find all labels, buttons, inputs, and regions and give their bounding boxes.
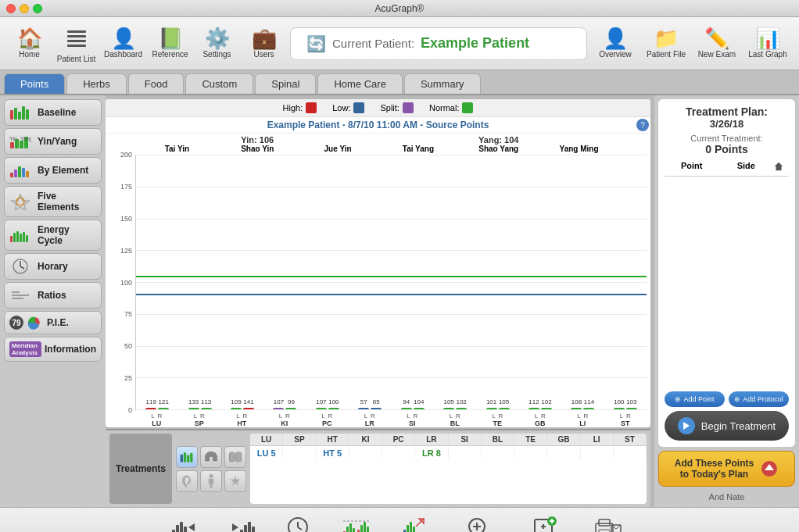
treat-icon-3[interactable] [224, 446, 246, 468]
treat-col-ki: KI [349, 434, 382, 445]
bar-value-KI-L: 107 [274, 398, 284, 405]
refresh-icon[interactable]: 🔄 [306, 34, 326, 53]
edit-button[interactable]: Edit [394, 512, 435, 533]
bar-ST-L: 100 [614, 408, 625, 409]
add-point-button[interactable]: ⊕ Add Point [665, 391, 725, 407]
bar-TE-L: 101 [486, 408, 497, 409]
overview-button[interactable]: 👤 Overview [592, 25, 639, 62]
add-point-icon: ⊕ [675, 395, 681, 403]
new-exam-button[interactable]: ✏️ New Exam [693, 25, 740, 62]
zoom-graph-icon [465, 516, 493, 533]
add-protocol-label: Add Protocol [743, 395, 783, 403]
tab-food[interactable]: Food [128, 73, 185, 94]
users-button[interactable]: 💼 Users [242, 25, 285, 62]
treat-icon-body[interactable] [200, 470, 222, 492]
treatment-plan-box: Treatment Plan: 3/26/18 Current Treatmen… [658, 99, 795, 447]
sidebar-item-fiveelements[interactable]: Five Elements [4, 186, 102, 217]
lr-ST-L: L [620, 412, 623, 420]
green-reference-line [136, 276, 647, 277]
lr-SP-R: R [200, 412, 205, 420]
sidebar-item-yinyang[interactable]: Yin Yang Yin/Yang [4, 128, 102, 155]
svg-rect-66 [403, 530, 406, 533]
patient-file-button[interactable]: 📁 Patient File [643, 25, 690, 62]
compare-button[interactable]: Compare [334, 512, 378, 533]
bar-value-LU-L: 119 [146, 398, 156, 405]
treat-icon-active[interactable] [176, 446, 198, 468]
lr-LI-L: L [577, 412, 580, 420]
add-today-button[interactable]: Add These Points to Today's Plan [658, 451, 795, 487]
lr-SI-R: R [414, 412, 418, 420]
zoom-button[interactable] [33, 4, 42, 13]
treat-cell-sp [283, 448, 316, 459]
bar-PC-R: 100 [328, 408, 339, 409]
last-graph-button[interactable]: 📊 Last Graph [744, 25, 791, 62]
last-graph-icon: 📊 [755, 28, 780, 48]
treat-icon-ear[interactable] [176, 470, 198, 492]
svg-rect-35 [184, 452, 186, 462]
tab-custom[interactable]: Custom [185, 73, 253, 94]
bar-value-LU-R: 121 [159, 398, 169, 405]
treat-cell-pc [382, 448, 415, 459]
bar-value-KI-R: 99 [288, 398, 295, 405]
add-point-label: Add Point [683, 395, 714, 403]
abbr-LU: LU [152, 420, 161, 427]
bar-body-HT-L [231, 408, 242, 409]
sidebar-item-ratios[interactable]: Ratios [4, 282, 102, 309]
high-color [306, 102, 317, 113]
tai-yin-label: Tai Yin [137, 145, 217, 153]
tab-spinal[interactable]: Spinal [255, 73, 316, 94]
svg-rect-23 [13, 233, 16, 242]
reference-button[interactable]: 📗 Reference [149, 25, 192, 62]
older-button[interactable]: Older [165, 512, 206, 533]
treat-icon-star[interactable] [224, 470, 246, 492]
dashboard-button[interactable]: 👤 Dashboard [102, 25, 145, 62]
sidebar-item-pie[interactable]: 79 P.I.E. [4, 311, 102, 334]
tab-home-care[interactable]: Home Care [317, 73, 402, 94]
svg-marker-20 [12, 195, 29, 210]
tab-points[interactable]: Points [4, 73, 65, 94]
bar-KI-L: 107 [273, 408, 284, 409]
svg-text:Yang: Yang [20, 136, 31, 142]
sidebar-item-horary[interactable]: Horary [4, 253, 102, 280]
print-email-button[interactable]: Print/Email [583, 512, 633, 533]
begin-treatment-button[interactable]: Begin Treatment [665, 411, 789, 441]
treat-icon-2[interactable] [200, 446, 222, 468]
meridian-label-11: LRST [604, 410, 647, 427]
svg-rect-84 [599, 520, 610, 526]
tab-summary[interactable]: Summary [404, 73, 481, 94]
bar-LR-R: 65 [371, 408, 382, 409]
lr-KI-R: R [285, 412, 290, 420]
byelement-icon [9, 162, 31, 179]
bar-value-LR-R: 65 [373, 398, 380, 405]
bar-group-3: 107 99 [263, 408, 306, 409]
ratios-icon [9, 287, 31, 304]
sidebar-item-byelement[interactable]: By Element [4, 157, 102, 184]
settings-button[interactable]: ⚙️ Settings [195, 25, 238, 62]
sidebar-item-information[interactable]: Meridian Analysis Information [4, 337, 102, 362]
treat-col-gb: GB [547, 434, 580, 445]
bar-group-1: 133 113 [178, 408, 220, 409]
minimize-button[interactable] [20, 4, 29, 13]
bar-GB-L: 112 [528, 408, 539, 409]
add-note-button[interactable]: Add Note [523, 512, 568, 533]
bar-group-4: 107 100 [306, 408, 349, 409]
reference-label: Reference [152, 50, 188, 59]
sidebar-item-baseline[interactable]: Baseline [4, 99, 102, 126]
treat-col-sp: SP [283, 434, 316, 445]
patient-list-button[interactable]: Patient List [55, 20, 98, 66]
add-protocol-button[interactable]: ⊕ Add Protocol [729, 391, 789, 407]
zoom-graph-button[interactable]: Zoom Graph [450, 512, 507, 533]
home-button[interactable]: 🏠 Home [8, 25, 51, 62]
close-button[interactable] [6, 4, 16, 13]
abbr-TE: TE [493, 420, 502, 427]
newer-button[interactable]: Newer [221, 512, 262, 533]
help-button[interactable]: ? [636, 119, 649, 131]
tab-herbs[interactable]: Herbs [66, 73, 127, 94]
sidebar-item-energycycle[interactable]: Energy Cycle [4, 220, 102, 251]
history-button[interactable]: History [278, 512, 318, 533]
svg-rect-2 [67, 40, 86, 42]
sidebar-byelement-label: By Element [38, 165, 88, 176]
lr-labels-0: LR [151, 412, 162, 420]
top-toolbar: 🏠 Home Patient List 👤 Dashboard 📗 Refere… [0, 17, 799, 70]
bar-group-6: 94 104 [392, 408, 434, 409]
